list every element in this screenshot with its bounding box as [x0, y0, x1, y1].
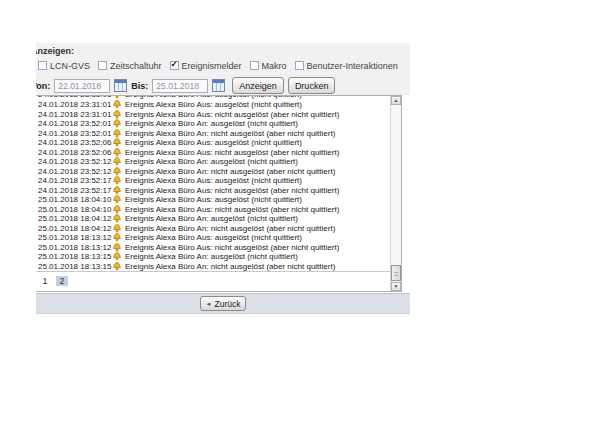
event-row[interactable]: 24.01.2018 23:52:06 Ereignis Alexa Büro …	[36, 148, 401, 158]
back-arrow-icon: ◄	[206, 301, 212, 307]
bell-icon	[111, 252, 123, 261]
event-row[interactable]: 24.01.2018 23:52:01 Ereignis Alexa Büro …	[36, 119, 401, 129]
bell-icon	[111, 262, 123, 271]
von-calendar-icon[interactable]	[114, 79, 127, 92]
checkbox-label-ereignismelder: Ereignismelder	[182, 61, 242, 71]
event-log-panel: Anzeigen: LCN-GVS Zeitschaltuhr Ereignis…	[36, 43, 410, 314]
checkbox-makro[interactable]	[250, 61, 259, 70]
bis-label: Bis:	[131, 81, 148, 91]
event-timestamp: 24.01.2018 23:52:17	[36, 186, 111, 195]
event-row[interactable]: 24.01.2018 23:31:01 Ereignis Alexa Büro …	[36, 100, 401, 110]
pagination: 12	[36, 272, 401, 290]
event-timestamp: 24.01.2018 23:52:06	[36, 148, 111, 157]
event-row[interactable]: 24.01.2018 23:52:12 Ereignis Alexa Büro …	[36, 157, 401, 167]
event-row[interactable]: 24.01.2018 23:31:01 Ereignis Alexa Büro …	[36, 96, 401, 100]
bis-calendar-icon[interactable]	[212, 79, 225, 92]
event-timestamp: 25.01.2018 18:13:15	[36, 262, 111, 271]
bell-icon	[111, 233, 123, 242]
event-rows: 24.01.2018 23:31:01 Ereignis Alexa Büro …	[36, 96, 401, 272]
event-message: Ereignis Alexa Büro An: ausgelöst (nicht…	[125, 157, 298, 166]
bell-icon	[111, 243, 123, 252]
event-message: Ereignis Alexa Büro Aus: nicht ausgelöst…	[125, 205, 339, 214]
bell-icon	[111, 224, 123, 233]
scroll-down-icon[interactable]: ▼	[391, 282, 401, 291]
event-message: Ereignis Alexa Büro Aus: nicht ausgelöst…	[125, 110, 339, 119]
bell-icon	[111, 157, 123, 166]
event-row[interactable]: 24.01.2018 23:52:17 Ereignis Alexa Büro …	[36, 186, 401, 196]
page-1[interactable]: 1	[41, 276, 49, 286]
checkbox-label-benutzer-interaktionen: Benutzer-Interaktionen	[307, 61, 398, 71]
filter-checkbox-row: LCN-GVS Zeitschaltuhr Ereignismelder Mak…	[36, 60, 410, 71]
bell-icon	[111, 138, 123, 147]
filter-checkbox-item: Benutzer-Interaktionen	[295, 61, 398, 71]
bell-icon	[111, 167, 123, 176]
anzeigen-button[interactable]: Anzeigen	[232, 77, 284, 94]
event-timestamp: 25.01.2018 18:13:15	[36, 252, 111, 261]
scrollbar-thumb[interactable]	[391, 265, 401, 281]
event-row[interactable]: 24.01.2018 23:31:01 Ereignis Alexa Büro …	[36, 110, 401, 120]
event-timestamp: 24.01.2018 23:31:01	[36, 96, 111, 99]
event-row[interactable]: 25.01.2018 18:13:15 Ereignis Alexa Büro …	[36, 252, 401, 262]
event-row[interactable]: 24.01.2018 23:52:01 Ereignis Alexa Büro …	[36, 129, 401, 139]
drucken-button[interactable]: Drucken	[288, 77, 336, 94]
bell-icon	[111, 129, 123, 138]
event-timestamp: 25.01.2018 18:13:12	[36, 233, 111, 242]
checkbox-lcn-gvs[interactable]	[38, 61, 47, 70]
event-list-box: 24.01.2018 23:31:01 Ereignis Alexa Büro …	[36, 95, 402, 292]
event-row[interactable]: 25.01.2018 18:04:12 Ereignis Alexa Büro …	[36, 214, 401, 224]
event-message: Ereignis Alexa Büro An: nicht ausgelöst …	[125, 129, 335, 138]
event-row[interactable]: 24.01.2018 23:52:12 Ereignis Alexa Büro …	[36, 167, 401, 177]
bell-icon	[111, 110, 123, 119]
checkbox-ereignismelder[interactable]	[170, 61, 179, 70]
event-message: Ereignis Alexa Büro Aus: nicht ausgelöst…	[125, 243, 339, 252]
event-timestamp: 24.01.2018 23:52:01	[36, 119, 111, 128]
checkbox-label-lcn-gvs: LCN-GVS	[50, 61, 90, 71]
event-timestamp: 25.01.2018 18:04:10	[36, 205, 111, 214]
event-message: Ereignis Alexa Büro An: nicht ausgelöst …	[125, 224, 335, 233]
event-row[interactable]: 24.01.2018 23:52:06 Ereignis Alexa Büro …	[36, 138, 401, 148]
event-message: Ereignis Alexa Büro Aus: ausgelöst (nich…	[125, 195, 302, 204]
event-row[interactable]: 25.01.2018 18:04:10 Ereignis Alexa Büro …	[36, 205, 401, 215]
event-message: Ereignis Alexa Büro Aus: nicht ausgelöst…	[125, 148, 339, 157]
page-2[interactable]: 2	[56, 276, 68, 286]
event-message: Ereignis Alexa Büro An: ausgelöst (nicht…	[125, 252, 298, 261]
event-row[interactable]: 24.01.2018 23:52:17 Ereignis Alexa Büro …	[36, 176, 401, 186]
von-date-input[interactable]	[54, 79, 110, 93]
event-timestamp: 24.01.2018 23:52:06	[36, 138, 111, 147]
scroll-up-icon[interactable]: ▲	[391, 96, 401, 105]
zurueck-button[interactable]: ◄ Zurück	[200, 296, 247, 311]
event-message: Ereignis Alexa Büro Aus: nicht ausgelöst…	[125, 186, 339, 195]
event-row[interactable]: 25.01.2018 18:13:15 Ereignis Alexa Büro …	[36, 262, 401, 272]
event-message: Ereignis Alexa Büro Aus: ausgelöst (nich…	[125, 96, 302, 99]
checkbox-benutzer-interaktionen[interactable]	[295, 61, 304, 70]
checkbox-label-makro: Makro	[262, 61, 287, 71]
event-message: Ereignis Alexa Büro Aus: ausgelöst (nich…	[125, 100, 302, 109]
event-row[interactable]: 25.01.2018 18:13:12 Ereignis Alexa Büro …	[36, 233, 401, 243]
event-message: Ereignis Alexa Büro Aus: ausgelöst (nich…	[125, 233, 302, 242]
bell-icon	[111, 186, 123, 195]
event-timestamp: 25.01.2018 18:04:10	[36, 195, 111, 204]
event-message: Ereignis Alexa Büro An: ausgelöst (nicht…	[125, 214, 298, 223]
event-timestamp: 25.01.2018 18:13:12	[36, 243, 111, 252]
event-timestamp: 24.01.2018 23:52:17	[36, 176, 111, 185]
bell-icon	[111, 96, 123, 99]
date-range-row: Von: Bis: Anzeigen Drucken	[36, 77, 410, 94]
bell-icon	[111, 148, 123, 157]
event-message: Ereignis Alexa Büro An: nicht ausgelöst …	[125, 262, 335, 271]
vertical-scrollbar[interactable]: ▲ ▼	[390, 96, 401, 291]
event-timestamp: 24.01.2018 23:31:01	[36, 110, 111, 119]
event-row[interactable]: 25.01.2018 18:13:12 Ereignis Alexa Büro …	[36, 243, 401, 253]
bell-icon	[111, 100, 123, 109]
event-row[interactable]: 25.01.2018 18:04:10 Ereignis Alexa Büro …	[36, 195, 401, 205]
von-label: Von:	[36, 81, 50, 91]
filter-controls: Anzeigen: LCN-GVS Zeitschaltuhr Ereignis…	[36, 43, 410, 95]
event-row[interactable]: 25.01.2018 18:04:12 Ereignis Alexa Büro …	[36, 224, 401, 234]
bell-icon	[111, 176, 123, 185]
bell-icon	[111, 214, 123, 223]
checkbox-zeitschaltuhr[interactable]	[98, 61, 107, 70]
event-rows-host: 24.01.2018 23:31:01 Ereignis Alexa Büro …	[36, 100, 401, 271]
bis-date-input[interactable]	[152, 79, 208, 93]
back-label: Zurück	[214, 299, 240, 309]
bell-icon	[111, 119, 123, 128]
event-timestamp: 25.01.2018 18:04:12	[36, 224, 111, 233]
